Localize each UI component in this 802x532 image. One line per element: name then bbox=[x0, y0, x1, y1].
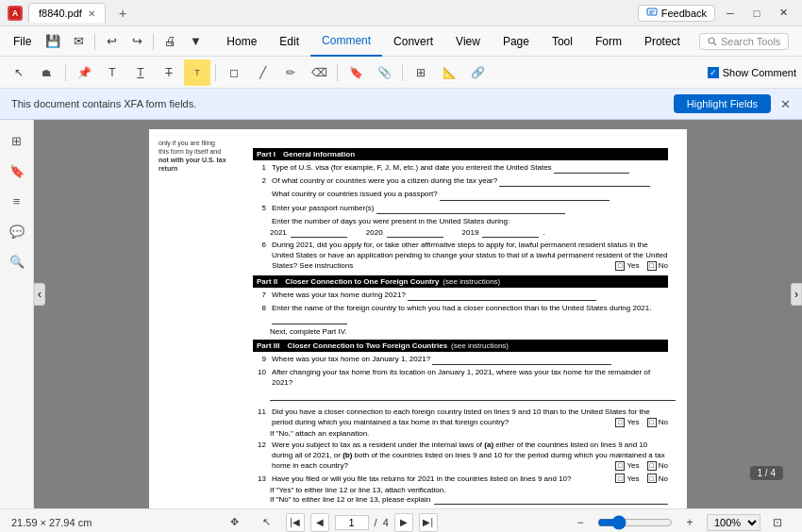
eraser-icon[interactable]: ⌫ bbox=[306, 59, 332, 86]
menubar: File 💾 ✉ ↩ ↪ 🖨 ▼ Home Edit Comment Conve… bbox=[0, 26, 802, 57]
zoom-in-icon[interactable]: + bbox=[677, 509, 703, 533]
svg-line-6 bbox=[713, 42, 716, 45]
text-icon[interactable]: T bbox=[99, 59, 125, 86]
shapes-icon[interactable]: ◻ bbox=[221, 59, 247, 86]
attach-icon[interactable]: 📎 bbox=[371, 59, 397, 86]
thumbnails-icon[interactable]: ⊞ bbox=[4, 127, 30, 154]
fit-page-icon[interactable]: ⊡ bbox=[764, 509, 791, 533]
row-5: 5 Enter your passport number(s) bbox=[253, 203, 668, 214]
page-separator: / bbox=[375, 517, 377, 528]
part-ii-header: Part II Closer Connection to One Foreign… bbox=[253, 275, 668, 288]
pointer-icon[interactable]: ↖ bbox=[254, 509, 280, 533]
page-input[interactable] bbox=[335, 515, 369, 530]
row-8: 8 Enter the name of the foreign country … bbox=[253, 303, 668, 324]
feedback-icon bbox=[646, 8, 658, 19]
first-page-btn[interactable]: |◀ bbox=[286, 513, 305, 532]
tab-edit[interactable]: Edit bbox=[268, 26, 310, 57]
layers-icon[interactable]: ≡ bbox=[4, 188, 30, 214]
document-tab[interactable]: f8840.pdf ✕ bbox=[28, 3, 106, 23]
strikethrough-icon[interactable]: T bbox=[156, 59, 182, 86]
svg-text:A: A bbox=[12, 8, 19, 18]
feedback-button[interactable]: Feedback bbox=[638, 5, 715, 22]
measure-icon[interactable]: 📐 bbox=[436, 59, 462, 86]
next-page-btn[interactable]: ▶ bbox=[394, 513, 413, 532]
new-tab-button[interactable]: + bbox=[111, 2, 134, 25]
titlebar-left: A f8840.pdf ✕ + bbox=[8, 2, 638, 25]
stamp-icon[interactable]: 🔖 bbox=[343, 59, 369, 86]
zoom-slider[interactable] bbox=[597, 515, 673, 530]
highlight-fields-button[interactable]: Highlight Fields bbox=[674, 94, 771, 113]
tab-page[interactable]: Page bbox=[492, 26, 541, 57]
sticky-note-icon[interactable]: 📌 bbox=[71, 59, 97, 86]
bookmarks-icon[interactable]: 🔖 bbox=[4, 158, 30, 184]
banner-close-icon[interactable]: ✕ bbox=[780, 97, 791, 111]
tab-tool[interactable]: Tool bbox=[541, 26, 584, 57]
last-page-btn[interactable]: ▶| bbox=[419, 513, 438, 532]
line-icon[interactable]: ╱ bbox=[249, 59, 276, 86]
maximize-button[interactable]: □ bbox=[745, 4, 768, 23]
row-days-label: Enter the number of days you were presen… bbox=[253, 216, 668, 226]
minimize-button[interactable]: ─ bbox=[719, 4, 742, 23]
close-button[interactable]: ✕ bbox=[772, 4, 794, 23]
save-icon[interactable]: 💾 bbox=[41, 29, 65, 54]
xfa-banner: This document contains XFA form fields. … bbox=[0, 89, 802, 120]
row-12: 12 Were you subject to tax as a resident… bbox=[253, 440, 668, 472]
table-icon[interactable]: ⊞ bbox=[408, 59, 434, 86]
select-icon[interactable]: ↖ bbox=[6, 59, 32, 86]
undo-icon[interactable]: ↩ bbox=[99, 29, 124, 54]
row-13-note2: If "No" to either line 12 or line 13, pl… bbox=[270, 495, 668, 505]
row-6: 6 During 2021, did you apply for, or tak… bbox=[253, 240, 668, 272]
pencil-icon[interactable]: ✏ bbox=[277, 59, 304, 86]
zoom-out-icon[interactable]: − bbox=[567, 509, 593, 533]
row-10-field bbox=[270, 391, 676, 401]
part-i-header: Part I General Information bbox=[253, 148, 668, 160]
tab-close-icon[interactable]: ✕ bbox=[88, 8, 95, 19]
tab-form[interactable]: Form bbox=[584, 26, 633, 57]
hand-icon[interactable] bbox=[34, 59, 60, 86]
hand-tool-icon bbox=[41, 66, 54, 79]
app-icon: A bbox=[8, 6, 23, 21]
menu-tabs: Home Edit Comment Convert View Page Tool… bbox=[215, 26, 692, 57]
tab-home[interactable]: Home bbox=[215, 26, 268, 57]
tab-protect[interactable]: Protect bbox=[633, 26, 692, 57]
row-passport-country: What country or countries issued you a p… bbox=[253, 189, 668, 200]
tab-title: f8840.pdf bbox=[39, 8, 82, 19]
year-fields-row: 2021 2020 2019 . bbox=[270, 228, 668, 238]
separator2 bbox=[153, 33, 154, 50]
zoom-select[interactable]: 100% 75% 125% 150% bbox=[707, 514, 760, 531]
link-icon[interactable]: 🔗 bbox=[464, 59, 491, 86]
search-panel-icon[interactable]: 🔍 bbox=[4, 248, 30, 274]
tab-view[interactable]: View bbox=[444, 26, 492, 57]
prev-page-btn[interactable]: ◀ bbox=[310, 513, 329, 532]
pdf-area: only if you are filing this form by itse… bbox=[34, 120, 802, 508]
row-9: 9 Where was your tax home on January 1, … bbox=[253, 354, 668, 365]
row-11: 11 Did you have a closer connection to e… bbox=[253, 407, 668, 427]
highlight-icon[interactable]: T bbox=[184, 59, 210, 86]
comments-icon[interactable]: 💬 bbox=[4, 218, 30, 244]
tab-comment[interactable]: Comment bbox=[310, 26, 382, 57]
cursor-mode-icon[interactable]: ✥ bbox=[222, 509, 248, 533]
main-area: ⊞ 🔖 ≡ 💬 🔍 ‹ only if you are filing this … bbox=[0, 120, 802, 508]
redo-icon[interactable]: ↪ bbox=[125, 29, 149, 54]
zoom-area: − + 100% 75% 125% 150% ⊡ bbox=[567, 509, 791, 533]
right-panel-collapse[interactable]: › bbox=[791, 283, 802, 306]
menu-file[interactable]: File bbox=[4, 26, 41, 56]
print-icon[interactable]: 🖨 bbox=[158, 29, 182, 54]
next-part-iv-2: Next, complete Part IV. bbox=[270, 507, 668, 508]
next-part-iv-1: Next, complete Part IV. bbox=[270, 327, 668, 336]
dropdown-icon[interactable]: ▼ bbox=[183, 29, 208, 54]
search-tools[interactable]: Search Tools bbox=[699, 33, 789, 50]
bottom-bar: 21.59 × 27.94 cm ✥ ↖ |◀ ◀ / 4 ▶ ▶| − + 1… bbox=[0, 508, 802, 532]
tab-convert[interactable]: Convert bbox=[382, 26, 444, 57]
separator6 bbox=[402, 64, 403, 81]
email-icon[interactable]: ✉ bbox=[66, 29, 91, 54]
separator5 bbox=[337, 64, 338, 81]
row-7: 7 Where was your tax home during 2021? bbox=[253, 290, 668, 301]
row-1: 1 Type of U.S. visa (for example, F, J, … bbox=[253, 162, 668, 174]
show-comment-checkbox[interactable]: ✓ bbox=[708, 67, 719, 78]
left-panel-collapse[interactable]: ‹ bbox=[34, 283, 45, 306]
show-comment-area: ✓ Show Comment bbox=[708, 67, 796, 78]
search-icon bbox=[708, 37, 717, 46]
pdf-page: only if you are filing this form by itse… bbox=[149, 129, 687, 508]
underline-icon[interactable]: T bbox=[127, 59, 154, 86]
